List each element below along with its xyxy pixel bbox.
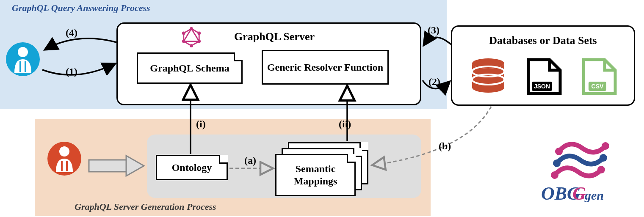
graphql-schema-box: GraphQL Schema xyxy=(137,52,243,84)
svg-text:CSV: CSV xyxy=(591,83,604,90)
graphql-server-title: GraphQL Server xyxy=(211,30,338,43)
svg-rect-7 xyxy=(66,161,68,171)
svg-point-28 xyxy=(600,154,607,162)
svg-rect-6 xyxy=(61,161,63,171)
svg-point-11 xyxy=(197,32,201,35)
edge-2-label: (2) xyxy=(428,76,440,88)
mappings-box: Semantic Mappings xyxy=(275,154,356,196)
svg-point-25 xyxy=(555,148,563,155)
user-icon-orange xyxy=(47,137,83,181)
svg-point-1 xyxy=(18,47,28,57)
svg-point-29 xyxy=(551,171,558,179)
svg-rect-3 xyxy=(25,61,26,72)
edge-1-label: (1) xyxy=(66,66,77,77)
svg-point-12 xyxy=(197,40,201,43)
svg-point-27 xyxy=(553,159,561,167)
databases-box: Databases or Data Sets JSON xyxy=(451,25,635,106)
resolver-function-label: Generic Resolver Function xyxy=(267,61,383,74)
svg-point-15 xyxy=(182,32,185,35)
csv-file-icon: CSV xyxy=(579,55,619,99)
ontology-label: Ontology xyxy=(172,162,212,174)
svg-point-13 xyxy=(190,44,193,47)
svg-point-30 xyxy=(597,166,605,173)
svg-point-14 xyxy=(182,40,185,43)
resolver-function-box: Generic Resolver Function xyxy=(262,50,389,85)
graphql-logo-icon xyxy=(181,27,202,49)
svg-marker-9 xyxy=(184,29,199,41)
user-icon-blue xyxy=(5,38,41,82)
edge-i-label: (i) xyxy=(196,118,206,130)
edge-3-label: (3) xyxy=(428,25,439,36)
generation-process-label: GraphQL Server Generation Process xyxy=(75,201,216,212)
graphql-schema-label: GraphQL Schema xyxy=(150,62,229,74)
ontology-box: Ontology xyxy=(156,155,228,180)
obg-gen-logo: OBG-gen G xyxy=(546,135,631,213)
edge-b-label: (b) xyxy=(439,140,451,152)
databases-title: Databases or Data Sets xyxy=(452,34,634,47)
svg-text:JSON: JSON xyxy=(534,83,550,90)
svg-point-10 xyxy=(190,27,193,30)
svg-rect-2 xyxy=(19,61,21,72)
query-process-label: GraphQL Query Answering Process xyxy=(12,3,150,14)
logo-g-overlay: G xyxy=(572,183,586,204)
svg-point-5 xyxy=(59,146,69,157)
mappings-label: Semantic Mappings xyxy=(276,163,354,187)
edge-a-label: (a) xyxy=(244,155,256,166)
edge-ii-label: (ii) xyxy=(339,118,351,130)
edge-4-label: (4) xyxy=(66,27,77,38)
svg-point-26 xyxy=(602,142,609,150)
json-file-icon: JSON xyxy=(524,55,564,99)
database-icon xyxy=(469,57,507,97)
